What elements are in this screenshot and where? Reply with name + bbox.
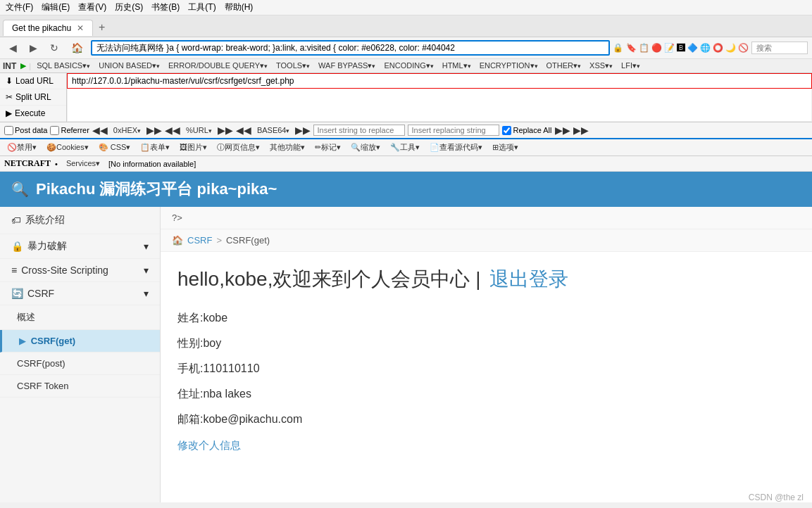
hackbar-main: ⬇ Load URL ✂ Split URL ▶ Execute — [0, 73, 812, 122]
menu-help[interactable]: 帮助(H) — [225, 1, 254, 13]
forward-button[interactable]: ▶ — [25, 40, 42, 56]
addon-icon5: 🔷 — [687, 43, 698, 53]
nav-icons: 🔖 📋 🔴 📝 🅱 🔷 🌐 ⭕ 🌙 🚫 — [626, 43, 749, 53]
addon-cookies[interactable]: 🍪Cookies▾ — [42, 141, 93, 153]
sidebar-item-brute[interactable]: 🔒 暴力破解 ▾ — [0, 234, 160, 259]
insert-replacing-input[interactable] — [408, 125, 499, 136]
addon-pageinfo[interactable]: ⓘ网页信息▾ — [213, 141, 264, 154]
left-arrow2: ◀◀ — [165, 125, 180, 136]
hackbar-lfi[interactable]: LFI▾ — [618, 61, 643, 71]
replace-all-check[interactable]: Replace All — [502, 126, 551, 135]
addon-disable[interactable]: 🚫禁用▾ — [3, 141, 41, 154]
hex-button[interactable]: 0xHEX — [111, 125, 144, 135]
breadcrumb-home-icon[interactable]: 🏠 — [172, 235, 183, 246]
addons-bar: 🚫禁用▾ 🍪Cookies▾ 🎨 CSS▾ 📋表单▾ 🖼图片▾ ⓘ网页信息▾ 其… — [0, 139, 812, 156]
menu-view[interactable]: 查看(V) — [78, 1, 106, 13]
hackbar-xss[interactable]: XSS▾ — [587, 61, 616, 71]
user-name: 姓名:kobe — [177, 307, 795, 329]
execute-button[interactable]: ▶ Execute — [0, 106, 66, 122]
insert-string-input[interactable] — [313, 125, 405, 136]
breadcrumb: 🏠 CSRF > CSRF(get) — [161, 229, 812, 252]
hackbar-toolbar: Post data Referrer ◀◀ 0xHEX ▶▶ ◀◀ %URL ▶… — [0, 122, 812, 138]
addon-icon3: 📝 — [664, 43, 675, 53]
sidebar-item-csrf-token[interactable]: CSRF Token — [0, 375, 160, 398]
replace-all-checkbox[interactable] — [502, 126, 511, 135]
browser-tab[interactable]: Get the pikachu ✕ — [3, 20, 93, 36]
user-section: hello,kobe,欢迎来到个人会员中心 | 退出登录 姓名:kobe 性别:… — [161, 252, 812, 466]
sidebar-item-intro[interactable]: 🏷 系统介绍 — [0, 207, 160, 234]
menu-bookmarks[interactable]: 书签(B) — [151, 1, 180, 13]
nav-bar: ◀ ▶ ↻ 🏠 🔒 🔖 📋 🔴 📝 🅱 🔷 🌐 ⭕ 🌙 🚫 — [0, 37, 812, 59]
modify-info-link[interactable]: 修改个人信息 — [177, 439, 241, 452]
footer-text: CSDN @the zl — [749, 493, 804, 502]
header-title: Pikachu 漏洞练习平台 pika~pika~ — [36, 179, 277, 200]
main-content: ?> 🏠 CSRF > CSRF(get) hello,kobe,欢迎来到个人会… — [161, 207, 812, 502]
hackbar-run-icon[interactable]: ▶ — [20, 61, 26, 70]
load-url-button[interactable]: ⬇ Load URL — [0, 73, 66, 89]
referrer-checkbox[interactable] — [50, 126, 59, 135]
csrf-icon: 🔄 — [11, 288, 23, 299]
replace-all-label: Replace All — [513, 126, 551, 134]
split-url-icon: ✂ — [6, 92, 13, 102]
sidebar-item-xss[interactable]: ≡ Cross-Site Scripting ▾ — [0, 259, 160, 282]
addon-zoom[interactable]: 🔍缩放▾ — [346, 141, 385, 154]
tag-icon: 🏷 — [11, 215, 21, 226]
right-arrow5: ▶▶ — [573, 125, 589, 136]
sidebar-item-csrf[interactable]: 🔄 CSRF ▾ — [0, 282, 160, 305]
post-data-check[interactable]: Post data — [4, 126, 47, 135]
menu-edit[interactable]: 编辑(E) — [42, 1, 70, 13]
addon-css[interactable]: 🎨 CSS▾ — [94, 141, 135, 153]
addon-viewsource[interactable]: 📄查看源代码▾ — [425, 141, 487, 154]
addon-tools[interactable]: 🔧工具▾ — [386, 141, 424, 154]
address-bar[interactable] — [91, 40, 610, 56]
hackbar-waf-bypass[interactable]: WAF BYPASS▾ — [316, 61, 378, 71]
addon-icon8: 🌙 — [725, 43, 736, 53]
hackbar-error-double[interactable]: ERROR/DOUBLE QUERY▾ — [165, 61, 270, 71]
addon-icon9: 🚫 — [738, 43, 749, 53]
base64-button[interactable]: BASE64 — [254, 125, 293, 135]
logout-link[interactable]: 退出登录 — [489, 266, 568, 293]
home-button[interactable]: 🏠 — [66, 40, 88, 56]
hackbar-encryption[interactable]: ENCRYPTION▾ — [477, 61, 541, 71]
right-arrow4: ▶▶ — [555, 125, 570, 136]
bookmark-icon: 🔖 — [626, 43, 637, 53]
hackbar-tools[interactable]: TOOLS▾ — [273, 61, 313, 71]
search-input[interactable] — [751, 42, 808, 54]
back-button[interactable]: ◀ — [4, 40, 22, 56]
breadcrumb-csrf-link[interactable]: CSRF — [187, 235, 212, 246]
referrer-check[interactable]: Referrer — [50, 126, 89, 135]
new-tab-button[interactable]: + — [93, 18, 111, 37]
addon-other[interactable]: 其他功能▾ — [266, 141, 309, 154]
hackbar-union-based[interactable]: UNION BASED▾ — [96, 61, 163, 71]
addon-icon6: 🌐 — [700, 43, 711, 53]
hackbar-html[interactable]: HTML▾ — [439, 61, 474, 71]
hackbar-encoding[interactable]: ENCODING▾ — [381, 61, 436, 71]
post-data-checkbox[interactable] — [4, 126, 13, 135]
tab-close-button[interactable]: ✕ — [77, 23, 84, 33]
menu-history[interactable]: 历史(S) — [115, 1, 143, 13]
sidebar-item-csrf-post[interactable]: CSRF(post) — [0, 353, 160, 375]
hackbar-sidebar: ⬇ Load URL ✂ Split URL ▶ Execute — [0, 73, 67, 122]
addon-forms[interactable]: 📋表单▾ — [136, 141, 174, 154]
referrer-label: Referrer — [61, 126, 89, 134]
netcraft-services[interactable]: Services▾ — [62, 158, 104, 170]
addon-mark[interactable]: ✏标记▾ — [311, 141, 345, 154]
execute-label: Execute — [15, 108, 45, 118]
sidebar-item-csrf-get[interactable]: ▶ CSRF(get) — [0, 330, 160, 353]
split-url-button[interactable]: ✂ Split URL — [0, 89, 66, 106]
hackbar-url-input[interactable] — [67, 73, 812, 89]
addon-images[interactable]: 🖼图片▾ — [175, 141, 211, 154]
breadcrumb-current: CSRF(get) — [226, 235, 270, 246]
hackbar-other[interactable]: OTHER▾ — [544, 61, 585, 71]
csrf-get-label: CSRF(get) — [31, 336, 76, 346]
sidebar-item-csrf-overview[interactable]: 概述 — [0, 305, 160, 330]
menu-tools[interactable]: 工具(T) — [188, 1, 216, 13]
active-indicator-icon: ▶ — [19, 336, 25, 346]
url-encode-button[interactable]: %URL — [183, 125, 215, 135]
addon-options[interactable]: ⊞选项▾ — [488, 141, 523, 154]
addon-icon1: 📋 — [639, 43, 649, 53]
menu-file[interactable]: 文件(F) — [6, 1, 33, 13]
hackbar-sql-basics[interactable]: SQL BASICS▾ — [34, 61, 93, 71]
split-url-label: Split URL — [15, 92, 51, 102]
refresh-button[interactable]: ↻ — [45, 40, 63, 56]
